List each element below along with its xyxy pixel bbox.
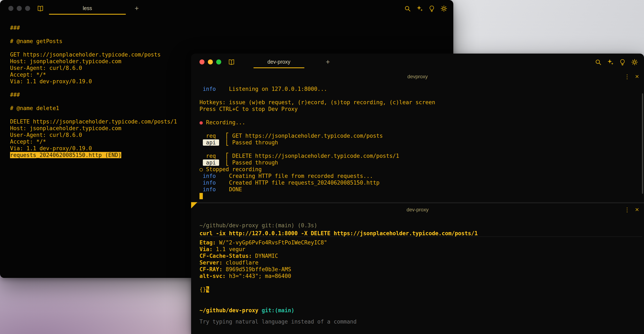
- tab-less[interactable]: less: [47, 0, 128, 17]
- pane-header-shell: dev-proxy ⋮ ×: [191, 203, 644, 216]
- text-segment: [258, 307, 262, 313]
- text-segment: Accept: */*: [10, 139, 46, 145]
- pane-close-icon[interactable]: ×: [635, 206, 639, 213]
- search-icon[interactable]: [595, 58, 602, 66]
- terminal-line: ~/github/dev-proxy git:(main) (0.3s): [200, 222, 642, 229]
- terminal-line: Etag: W/"2-vyGp6PvFo4RvsFtPoIWeCReyIC8": [200, 239, 642, 246]
- traffic-light-maximize[interactable]: [216, 60, 221, 65]
- terminal-line: ###: [10, 25, 449, 31]
- terminal-line: api ⎣ Passed through: [200, 139, 642, 146]
- previous-prompt: ~/github/dev-proxy git:(main) (0.3s): [200, 222, 318, 228]
- terminal-line: [200, 193, 642, 200]
- terminal-line: [200, 126, 642, 133]
- prompt-path: ~/github/dev-proxy: [200, 307, 258, 313]
- text-segment: ○ Stopped recording: [200, 166, 262, 172]
- text-segment: Hotkeys: issue (w)eb request, (r)ecord, …: [200, 99, 435, 106]
- traffic-light-minimize[interactable]: [208, 60, 213, 65]
- text-segment: Accept: */*: [10, 72, 46, 78]
- text-segment: ###: [10, 92, 20, 98]
- traffic-light-minimize[interactable]: [17, 6, 22, 11]
- command-text: curl -ix http://127.0.0.1:8000 -X DELETE…: [200, 230, 478, 236]
- terminal-line: req ⎡ DELETE https://jsonplaceholder.typ…: [200, 153, 642, 159]
- traffic-light-close[interactable]: [200, 60, 204, 65]
- new-tab-button[interactable]: +: [326, 58, 330, 66]
- terminal-line: Hotkeys: issue (w)eb request, (r)ecord, …: [200, 99, 642, 106]
- titlebar-less[interactable]: less +: [0, 0, 453, 17]
- ai-sparkles-icon[interactable]: [607, 58, 614, 66]
- terminal-line: alt-svc: h3=":443"; ma=86400: [200, 273, 642, 280]
- text-segment: req ⎡ DELETE https://jsonplaceholder.typ…: [200, 153, 399, 159]
- text-segment: Creating HTTP file from recorded request…: [216, 173, 373, 179]
- text-segment: ###: [10, 25, 20, 31]
- traffic-light-close[interactable]: [8, 6, 14, 11]
- info-label: info: [200, 186, 216, 193]
- terminal-line: curl -ix http://127.0.0.1:8000 -X DELETE…: [200, 230, 642, 237]
- window-toolbar: [404, 0, 448, 17]
- lightbulb-icon[interactable]: [428, 5, 435, 12]
- terminal-line: [10, 31, 449, 38]
- search-icon[interactable]: [404, 5, 411, 12]
- pane-menu-icon[interactable]: ⋮: [624, 206, 630, 213]
- terminal-line: CF-Cache-Status: DYNAMIC: [200, 253, 642, 259]
- terminal-line: [200, 280, 642, 286]
- text-segment: Host: jsonplaceholder.typicode.com: [10, 58, 121, 65]
- text-segment: [200, 139, 203, 146]
- titlebar-devproxy[interactable]: dev-proxy +: [191, 54, 644, 70]
- info-label: info: [200, 86, 216, 92]
- text-segment: h3=":443"; ma=86400: [226, 273, 291, 279]
- terminal-line: Via: 1.1 vegur: [200, 246, 642, 253]
- pane-shell: ~/github/dev-proxy git:(main) (0.3s)curl…: [191, 216, 644, 334]
- window-devproxy: dev-proxy + devproxy ⋮: [191, 54, 644, 334]
- api-badge: api: [203, 159, 219, 166]
- terminal-line: {}%: [200, 286, 642, 293]
- text-segment: cloudflare: [222, 259, 258, 266]
- terminal-line: Try typing natural language instead of a…: [200, 318, 642, 325]
- bookmarks-icon[interactable]: [228, 58, 235, 66]
- traffic-light-maximize[interactable]: [25, 6, 30, 11]
- terminal-line: req ⎡ GET https://jsonplaceholder.typico…: [200, 133, 642, 139]
- terminal-line: # @name getPosts: [10, 38, 449, 45]
- text-segment: # @name getPosts: [10, 38, 62, 44]
- scrollbar-thumb[interactable]: [642, 93, 643, 194]
- terminal-line: [200, 113, 642, 119]
- lightbulb-icon[interactable]: [619, 58, 626, 66]
- terminal-line: ○ Stopped recording: [200, 166, 642, 173]
- terminal-line: api ⎣ Passed through: [200, 159, 642, 166]
- text-segment: Host: jsonplaceholder.typicode.com: [10, 125, 121, 131]
- bookmarks-icon[interactable]: [37, 5, 44, 12]
- tab-dev-proxy[interactable]: dev-proxy: [252, 54, 306, 70]
- input-placeholder: Try typing natural language instead of a…: [200, 318, 356, 325]
- text-segment: Etag:: [200, 239, 216, 246]
- devproxy-output[interactable]: info Listening on 127.0.0.1:8000... Hotk…: [191, 83, 644, 200]
- traffic-lights: [8, 6, 30, 11]
- text-segment: 8969d519bffe0b3e-AMS: [222, 266, 291, 272]
- text-segment: 1.1 vegur: [213, 246, 246, 252]
- text-segment: DONE: [216, 186, 242, 193]
- settings-gear-icon[interactable]: [440, 5, 448, 12]
- no-newline-marker: %: [206, 286, 209, 292]
- shell-output[interactable]: ~/github/dev-proxy git:(main) (0.3s)curl…: [191, 216, 644, 325]
- new-tab-button[interactable]: +: [135, 5, 139, 12]
- text-segment: req ⎡ GET https://jsonplaceholder.typico…: [200, 133, 383, 139]
- text-segment: GET https://jsonplaceholder.typicode.com…: [10, 52, 160, 58]
- tab-label: less: [83, 6, 92, 11]
- text-segment: # @name delete1: [10, 105, 59, 111]
- window-toolbar: [595, 54, 638, 70]
- terminal-line: [200, 146, 642, 153]
- ai-sparkles-icon[interactable]: [416, 5, 423, 12]
- terminal-line: ~/github/dev-proxy git:(main): [200, 307, 642, 314]
- text-segment: DELETE https://jsonplaceholder.typicode.…: [10, 118, 177, 125]
- pane-actions: ⋮ ×: [624, 203, 639, 216]
- text-segment: Created HTTP file requests_2024062008515…: [216, 180, 380, 186]
- text-segment: Recording...: [203, 119, 246, 126]
- text-segment: alt-svc:: [200, 273, 226, 279]
- pane-title: devproxy: [407, 74, 428, 80]
- api-badge: api: [203, 139, 219, 146]
- pane-menu-icon[interactable]: ⋮: [624, 73, 630, 80]
- settings-gear-icon[interactable]: [631, 58, 638, 66]
- pane-close-icon[interactable]: ×: [635, 73, 639, 80]
- terminal-line: [10, 45, 449, 52]
- text-segment: ⎣ Passed through: [219, 139, 278, 146]
- info-label: info: [200, 173, 216, 179]
- tab-label: dev-proxy: [268, 59, 290, 65]
